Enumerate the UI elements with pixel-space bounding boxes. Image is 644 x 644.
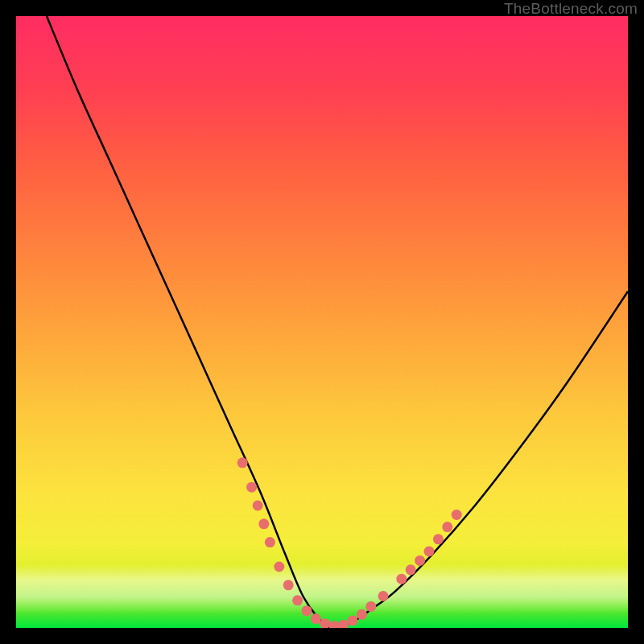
attribution-text: TheBottleneck.com bbox=[504, 0, 638, 18]
gradient-background bbox=[16, 16, 628, 628]
chart-frame bbox=[16, 16, 628, 628]
